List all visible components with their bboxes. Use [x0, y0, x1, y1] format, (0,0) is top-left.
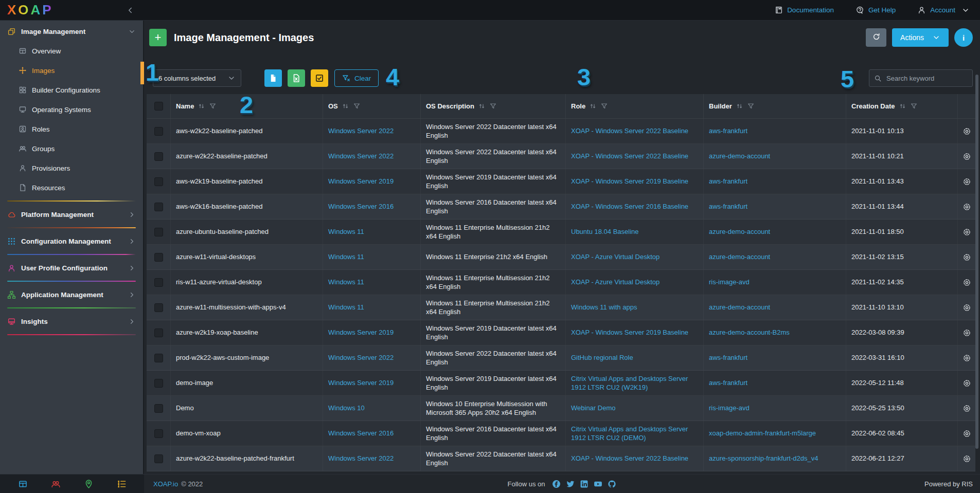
role-link[interactable]: XOAP - Azure Virtual Desktop	[571, 252, 660, 261]
sidebar-section-image-management[interactable]: Image Management	[0, 22, 143, 41]
table-scrollbar[interactable]	[975, 75, 978, 449]
row-checkbox[interactable]	[154, 328, 163, 337]
row-settings-gear-icon[interactable]	[963, 127, 971, 136]
sidebar-section-application-management[interactable]: Application Management	[0, 285, 143, 304]
topbar-link-documentation[interactable]: Documentation	[774, 6, 834, 14]
os-link[interactable]: Windows Server 2022	[328, 152, 394, 160]
sidebar-section-platform-management[interactable]: Platform Management	[0, 205, 143, 224]
export-excel-button[interactable]	[288, 69, 305, 87]
export-pdf-button[interactable]	[264, 69, 282, 87]
builder-link[interactable]: azure-sponsorship-frankfurt-d2ds_v4	[709, 454, 818, 463]
dashboard-icon[interactable]	[18, 479, 28, 489]
row-settings-gear-icon[interactable]	[963, 278, 971, 287]
row-settings-gear-icon[interactable]	[963, 404, 971, 413]
builder-link[interactable]: aws-frankfurt	[709, 353, 747, 362]
filter-icon[interactable]	[209, 102, 217, 110]
row-checkbox[interactable]	[154, 177, 163, 186]
role-link[interactable]: Windows 11 with apps	[571, 303, 637, 312]
os-link[interactable]: Windows 10	[328, 404, 365, 412]
sort-icon[interactable]	[478, 102, 486, 110]
os-link[interactable]: Windows Server 2022	[328, 353, 394, 362]
builder-link[interactable]: aws-frankfurt	[709, 378, 747, 387]
builder-link[interactable]: xoap-demo-admin-frankfurt-m5large	[709, 429, 816, 437]
row-settings-gear-icon[interactable]	[963, 303, 971, 312]
builder-link[interactable]: azure-demo-account	[709, 227, 770, 236]
clear-filters-button[interactable]: Clear	[334, 69, 379, 87]
builder-link[interactable]: aws-frankfurt	[709, 177, 747, 186]
row-checkbox[interactable]	[154, 379, 163, 388]
filter-icon[interactable]	[353, 102, 361, 110]
row-settings-gear-icon[interactable]	[963, 429, 971, 438]
sidebar-item-provisioners[interactable]: Provisioners	[0, 158, 143, 178]
os-link[interactable]: Windows Server 2016	[328, 429, 394, 437]
role-link[interactable]: Citrix Virtual Apps and Desktops Server …	[571, 374, 698, 392]
role-link[interactable]: XOAP - Windows Server 2016 Baseline	[571, 202, 688, 211]
os-link[interactable]: Windows 11	[328, 303, 364, 312]
role-link[interactable]: GitHub regional Role	[571, 353, 633, 362]
info-button[interactable]: i	[954, 28, 973, 47]
row-checkbox[interactable]	[154, 228, 163, 236]
filter-icon[interactable]	[600, 102, 608, 110]
row-checkbox[interactable]	[154, 127, 163, 136]
sort-icon[interactable]	[899, 102, 906, 110]
role-link[interactable]: XOAP - Windows Server 2019 Baseline	[571, 328, 688, 337]
builder-link[interactable]: ris-image-avd	[709, 278, 750, 286]
facebook-icon[interactable]	[552, 480, 561, 488]
os-link[interactable]: Windows 11	[328, 227, 364, 236]
row-checkbox[interactable]	[154, 454, 163, 463]
row-settings-gear-icon[interactable]	[963, 379, 971, 388]
builder-link[interactable]: ris-image-avd	[709, 404, 750, 412]
pin-icon[interactable]	[84, 479, 94, 489]
sidebar-item-roles[interactable]: Roles	[0, 119, 143, 139]
users-icon[interactable]	[51, 479, 61, 489]
sidebar-collapse-icon[interactable]	[126, 6, 135, 15]
row-settings-gear-icon[interactable]	[963, 354, 971, 362]
topbar-link-account[interactable]: Account	[917, 6, 970, 14]
row-checkbox[interactable]	[154, 278, 163, 287]
builder-link[interactable]: azure-demo-account	[709, 303, 770, 312]
sort-icon[interactable]	[198, 102, 205, 110]
row-checkbox[interactable]	[154, 253, 163, 262]
filter-icon[interactable]	[910, 102, 918, 110]
os-link[interactable]: Windows Server 2022	[328, 454, 394, 463]
refresh-button[interactable]	[866, 28, 886, 47]
row-settings-gear-icon[interactable]	[963, 177, 971, 186]
sidebar-item-builder-configurations[interactable]: Builder Configurations	[0, 80, 143, 100]
row-settings-gear-icon[interactable]	[963, 203, 971, 211]
role-link[interactable]: Webinar Demo	[571, 404, 615, 412]
row-checkbox[interactable]	[154, 429, 163, 438]
sidebar-section-insights[interactable]: Insights	[0, 312, 143, 331]
role-link[interactable]: XOAP - Azure Virtual Desktop	[571, 278, 660, 286]
os-link[interactable]: Windows Server 2019	[328, 328, 394, 337]
sort-icon[interactable]	[342, 102, 349, 110]
sort-icon[interactable]	[736, 102, 743, 110]
twitter-icon[interactable]	[566, 480, 575, 488]
columns-select[interactable]: 6 columns selected	[153, 69, 241, 87]
sidebar-section-configuration-management[interactable]: Configuration Management	[0, 231, 143, 251]
role-link[interactable]: XOAP - Windows Server 2022 Baseline	[571, 152, 688, 160]
os-link[interactable]: Windows 11	[328, 278, 364, 286]
builder-link[interactable]: azure-demo-account-B2ms	[709, 328, 790, 337]
xoap-io-link[interactable]: XOAP.io	[153, 480, 178, 488]
os-link[interactable]: Windows Server 2019	[328, 378, 394, 387]
row-checkbox[interactable]	[154, 303, 163, 312]
filter-icon[interactable]	[747, 102, 755, 110]
os-link[interactable]: Windows Server 2022	[328, 126, 394, 135]
sidebar-section-user-profile-configuration[interactable]: User Profile Configuration	[0, 258, 143, 278]
role-link[interactable]: XOAP - Windows Server 2022 Baseline	[571, 454, 688, 463]
os-link[interactable]: Windows Server 2016	[328, 202, 394, 211]
row-checkbox[interactable]	[154, 152, 163, 161]
role-link[interactable]: XOAP - Windows Server 2019 Baseline	[571, 177, 688, 186]
role-link[interactable]: XOAP - Windows Server 2022 Baseline	[571, 126, 688, 135]
youtube-icon[interactable]	[594, 480, 602, 488]
xoap-logo[interactable]: XOAP	[7, 2, 54, 18]
builder-link[interactable]: aws-frankfurt	[709, 202, 747, 211]
actions-dropdown-button[interactable]: Actions	[892, 28, 949, 47]
row-checkbox[interactable]	[154, 404, 163, 413]
select-all-checkbox[interactable]	[154, 102, 163, 111]
row-settings-gear-icon[interactable]	[963, 328, 971, 337]
row-checkbox[interactable]	[154, 354, 163, 362]
filter-icon[interactable]	[489, 102, 497, 110]
sidebar-item-overview[interactable]: Overview	[0, 41, 143, 61]
add-image-button[interactable]: +	[149, 29, 167, 46]
